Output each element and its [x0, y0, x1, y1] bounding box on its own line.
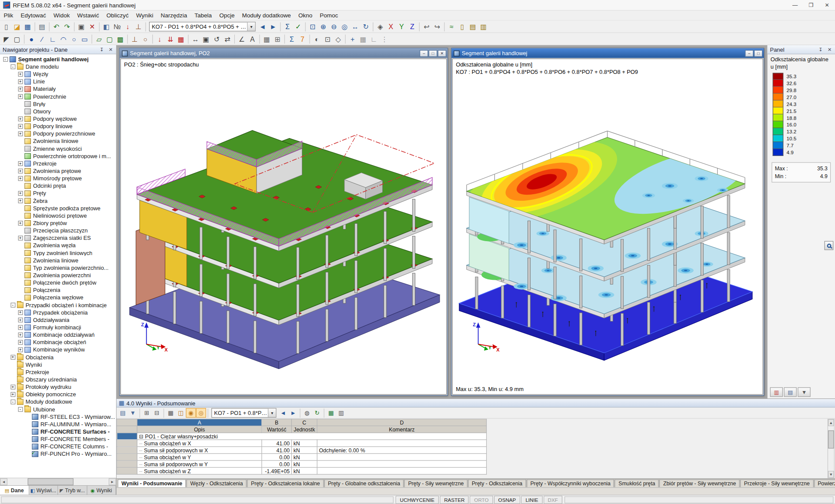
- tree-item-przypadki-obciążeń-i-kombinacje[interactable]: -Przypadki obciążeń i kombinacje: [0, 301, 116, 308]
- tree-expander-icon[interactable]: +: [18, 235, 23, 240]
- row-header-cell[interactable]: [117, 454, 137, 461]
- status-toggle-osnap[interactable]: OSNAP: [494, 496, 520, 504]
- table-row[interactable]: ─Suma obciążeń w X41.00kN: [117, 440, 487, 447]
- minimize-icon[interactable]: –: [745, 50, 754, 56]
- column-header-c[interactable]: C: [291, 419, 317, 426]
- scroll-right-icon[interactable]: ►: [109, 478, 116, 485]
- row-header-cell[interactable]: [117, 468, 137, 474]
- restore-icon[interactable]: □: [429, 50, 438, 56]
- tree-expander-icon[interactable]: +: [18, 310, 23, 315]
- collapse-rows-button[interactable]: ⊟: [152, 408, 162, 418]
- menu-moduły-dodatkowe[interactable]: Moduły dodatkowe: [238, 11, 294, 20]
- tree-item-otwory[interactable]: Otwory: [0, 107, 116, 115]
- menu-wstawić[interactable]: Wstawić: [73, 11, 103, 20]
- tree-item-formuły-kombinacji[interactable]: +Formuły kombinacji: [0, 323, 116, 331]
- line-tool-button[interactable]: ∕: [37, 33, 47, 44]
- tree-item-moduły-dodatkowe[interactable]: -Moduły dodatkowe: [0, 398, 116, 405]
- grid-toggle-button[interactable]: ▦: [358, 33, 368, 44]
- menu-okno[interactable]: Okno: [294, 11, 316, 20]
- table-group-row[interactable]: ⊟PO1 - Ciężar własny+posadzki: [117, 433, 487, 440]
- status-toggle-uchwycenie[interactable]: UCHWYCENIE: [396, 496, 439, 504]
- snap-toggle-button[interactable]: +: [347, 33, 357, 44]
- tree-expander-icon[interactable]: +: [18, 325, 23, 330]
- area-load-tool-button[interactable]: ▦: [176, 33, 186, 44]
- pin-icon[interactable]: ↧: [817, 46, 824, 53]
- minimize-icon[interactable]: –: [420, 50, 428, 56]
- menu-tabela[interactable]: Tabela: [191, 11, 216, 20]
- render-mode-button[interactable]: ◧: [101, 21, 112, 32]
- menu-opcje[interactable]: Opcje: [216, 11, 238, 20]
- toggle-navigator-button[interactable]: ▥: [478, 21, 489, 32]
- menu-pomoc[interactable]: Pomoc: [316, 11, 342, 20]
- scroll-track[interactable]: [828, 426, 834, 471]
- tree-item-obciążenia[interactable]: +Obciążenia: [0, 353, 116, 361]
- tree-item-oddziaływania[interactable]: +Oddziaływania: [0, 316, 116, 323]
- open-file-button[interactable]: ◪: [12, 21, 22, 32]
- tree-expander-icon[interactable]: -: [10, 302, 15, 307]
- rotate-tool-button[interactable]: ↺: [211, 33, 222, 44]
- next-load-case-button[interactable]: ►: [268, 21, 278, 32]
- tree-item-zagęszczenia-siatki-es[interactable]: +Zagęszczenia siatki ES: [0, 234, 116, 242]
- menu-wyniki[interactable]: Wyniki: [132, 11, 157, 20]
- circle-tool-button[interactable]: ○: [69, 33, 79, 44]
- support-tool-button[interactable]: ⊥: [130, 33, 140, 44]
- refresh-table-button[interactable]: ↻: [312, 408, 322, 418]
- tree-item-rf-concrete-members[interactable]: RF-CONCRETE Members -: [0, 435, 116, 443]
- zoom-in-button[interactable]: ⊕: [318, 21, 328, 32]
- tree-item-powierzchnie[interactable]: +Powierzchnie: [0, 93, 116, 100]
- mirror-tool-button[interactable]: ⇄: [222, 33, 233, 44]
- table-corner-cell[interactable]: [117, 419, 137, 426]
- pan-view-button[interactable]: ↔: [350, 21, 360, 32]
- calculate-all-button[interactable]: Σ: [282, 21, 293, 32]
- move-tool-button[interactable]: ↔: [190, 33, 200, 44]
- tree-item-przypadek-obciążenia[interactable]: +Przypadek obciążenia: [0, 308, 116, 316]
- tree-item-kombinacje-wyników[interactable]: +Kombinacje wyników: [0, 346, 116, 353]
- tree-expander-icon[interactable]: +: [18, 79, 23, 84]
- dropdown-arrow-icon[interactable]: ▼: [247, 22, 255, 31]
- tree-item-ulubione[interactable]: -Ulubione: [0, 405, 116, 413]
- tree-expander-icon[interactable]: +: [18, 72, 23, 76]
- hinge-tool-button[interactable]: ○: [140, 33, 150, 44]
- rectangle-tool-button[interactable]: ▭: [79, 33, 90, 44]
- close-icon[interactable]: ✕: [826, 46, 833, 53]
- model-window-titlebar[interactable]: Segment galerii handlowej, PO2 – □ ✕: [120, 48, 448, 58]
- tree-expander-icon[interactable]: +: [18, 198, 23, 203]
- row-header-cell[interactable]: [117, 433, 137, 440]
- menu-edytować[interactable]: Edytować: [17, 11, 50, 20]
- results-tab-pręty-odkształcenia-lokalne[interactable]: Pręty - Odkształcenia lokalne: [247, 479, 324, 487]
- results-tab-pręty-globalne-odkształcenia[interactable]: Pręty - Globalne odkształcenia: [324, 479, 404, 487]
- tree-item-segment-galerii-handlowej[interactable]: -Segment galerii handlowej: [0, 55, 116, 63]
- visibility-mode-button[interactable]: ◐: [311, 33, 322, 44]
- tree-expander-icon[interactable]: -: [10, 399, 15, 404]
- scroll-track[interactable]: [7, 478, 109, 485]
- tree-item-przekroje[interactable]: Przekroje: [0, 368, 116, 375]
- opening-tool-button[interactable]: ▢: [104, 33, 115, 44]
- print-button[interactable]: ▤: [37, 21, 47, 32]
- table-settings-button[interactable]: ▥: [336, 408, 346, 418]
- results-tab-pręty-współczynniki-wyboczenia[interactable]: Pręty - Współczynniki wyboczenia: [527, 479, 615, 487]
- text-tool-button[interactable]: A: [247, 33, 257, 44]
- rotate-view-button[interactable]: ↻: [361, 21, 371, 32]
- results-tab-pręty-odkształcenia[interactable]: Pręty - Odkształcenia: [468, 479, 526, 487]
- tree-expander-icon[interactable]: +: [18, 347, 23, 352]
- scroll-thumb[interactable]: [28, 478, 73, 485]
- guidelines-toggle-button[interactable]: ⋮: [379, 33, 390, 44]
- zoom-out-button[interactable]: ⊖: [329, 21, 339, 32]
- column-header-a[interactable]: A: [137, 419, 262, 426]
- tree-expander-icon[interactable]: -: [3, 56, 8, 61]
- scroll-down-icon[interactable]: ▼: [828, 471, 834, 478]
- tree-expander-icon[interactable]: +: [10, 385, 15, 389]
- zoom-window-button[interactable]: ⊡: [307, 21, 318, 32]
- save-file-button[interactable]: ▦: [22, 21, 33, 32]
- show-numbering-button[interactable]: №: [112, 21, 122, 32]
- tree-item-kombinacje-obciążeń[interactable]: +Kombinacje obciążeń: [0, 338, 116, 346]
- results-tab-smukłość-pręta[interactable]: Smukłość pręta: [615, 479, 659, 487]
- tree-expander-icon[interactable]: +: [18, 317, 23, 322]
- color-scale-rows-button[interactable]: ◫: [176, 408, 186, 418]
- status-toggle-linie[interactable]: LINIE: [521, 496, 543, 504]
- results-header[interactable]: ▦ 4.0 Wyniki - Podsumowanie: [117, 399, 835, 408]
- node-tool-button[interactable]: ●: [26, 33, 37, 44]
- pin-icon[interactable]: ↧: [98, 46, 105, 53]
- view-z-button[interactable]: Z: [407, 21, 418, 32]
- line-load-tool-button[interactable]: ⇊: [165, 33, 176, 44]
